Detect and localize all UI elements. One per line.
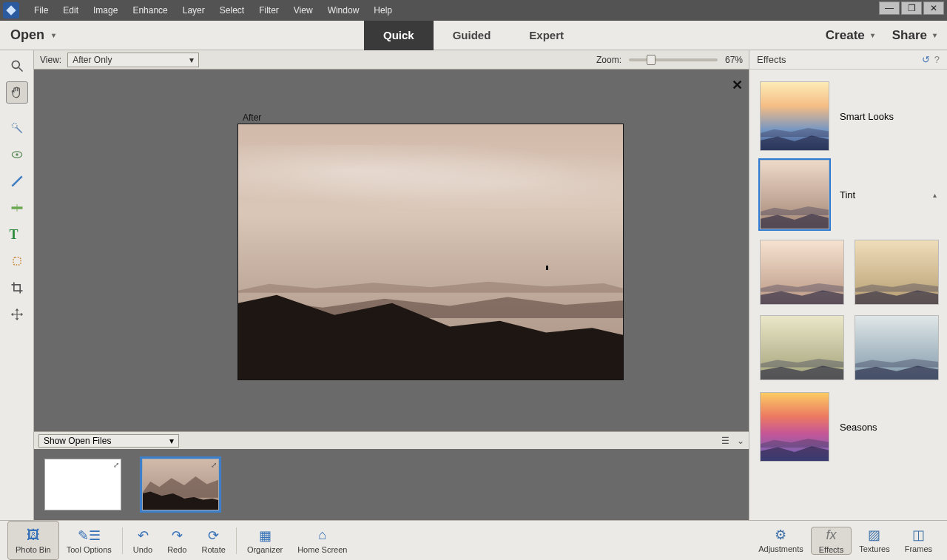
menu-enhance[interactable]: Enhance — [125, 0, 175, 21]
view-label: View: — [40, 55, 61, 65]
tint-variant-3[interactable] — [760, 315, 844, 380]
zoom-slider[interactable] — [629, 58, 718, 61]
move-tool[interactable] — [6, 303, 28, 325]
window-close-button[interactable]: ✕ — [923, 1, 944, 15]
photo-bin-bar: Show Open Files ▾ ☰ ⌄ — [34, 431, 749, 449]
photo-bin-thumb-2[interactable]: ⤢ — [142, 459, 219, 510]
straighten-tool[interactable] — [6, 197, 28, 219]
menu-view[interactable]: View — [286, 0, 320, 21]
expand-icon: ⤢ — [211, 461, 217, 469]
menu-edit[interactable]: Edit — [55, 0, 86, 21]
organizer-button[interactable]: ▦Organizer — [240, 521, 290, 560]
open-label: Open — [10, 27, 44, 43]
photo-bin-select[interactable]: Show Open Files ▾ — [38, 434, 179, 448]
home-screen-button[interactable]: ⌂Home Screen — [290, 521, 354, 560]
expand-icon: ⤢ — [113, 461, 119, 469]
after-label: After — [243, 112, 261, 123]
crop-tool[interactable] — [6, 277, 28, 299]
menu-layer[interactable]: Layer — [175, 0, 212, 21]
window-minimize-button[interactable]: — — [879, 1, 900, 15]
menu-image[interactable]: Image — [86, 0, 125, 21]
effect-category-smart-looks[interactable]: Smart Looks — [757, 77, 940, 155]
tint-label: Tint — [840, 189, 855, 200]
share-menu-button[interactable]: Share▾ — [892, 28, 937, 43]
menu-window[interactable]: Window — [320, 0, 367, 21]
menu-help[interactable]: Help — [366, 0, 400, 21]
menu-filter[interactable]: Filter — [252, 0, 286, 21]
chevron-down-icon: ▾ — [189, 55, 194, 65]
chevron-down-icon: ▾ — [933, 31, 937, 39]
canvas-area: ✕ After — [34, 70, 749, 431]
open-menu-button[interactable]: Open ▾ — [10, 27, 55, 43]
photo-bin-thumb-1[interactable]: ⤢ — [44, 459, 121, 510]
separator — [122, 527, 123, 554]
reset-icon[interactable]: ↺ — [922, 54, 930, 65]
zoom-label: Zoom: — [596, 55, 621, 65]
effect-category-tint[interactable]: Tint ▴ — [757, 155, 940, 234]
svg-point-1 — [12, 61, 19, 68]
textures-icon: ▨ — [868, 527, 880, 543]
chevron-down-icon: ▾ — [169, 436, 174, 446]
adjustments-button[interactable]: ⚙Adjustments — [751, 527, 811, 553]
home-icon: ⌂ — [318, 527, 326, 544]
effects-panel-header: Effects ↺ ? — [749, 50, 947, 70]
tint-variant-2[interactable] — [855, 240, 939, 305]
tab-expert[interactable]: Expert — [510, 21, 583, 50]
undo-icon: ↶ — [138, 527, 149, 544]
photo-bin-icon: 🖼 — [27, 527, 40, 544]
effect-category-seasons[interactable]: Seasons — [757, 388, 940, 466]
chevron-down-icon: ▾ — [871, 31, 874, 39]
svg-line-4 — [16, 127, 21, 133]
photo-bin-button[interactable]: 🖼Photo Bin — [7, 521, 59, 560]
type-tool[interactable]: T — [6, 223, 28, 246]
frames-button[interactable]: ◫Frames — [897, 527, 940, 553]
help-icon[interactable]: ? — [934, 54, 940, 65]
chevron-down-icon: ▾ — [52, 31, 55, 39]
app-bar: Open ▾ Quick Guided Expert Create▾ Share… — [0, 21, 947, 50]
effects-icon: fx — [826, 527, 836, 544]
view-select[interactable]: After Only ▾ — [67, 53, 199, 67]
zoom-slider-thumb[interactable] — [647, 55, 656, 65]
eye-tool[interactable] — [6, 144, 28, 166]
menu-file[interactable]: File — [27, 0, 55, 21]
rotate-button[interactable]: ⟳Rotate — [194, 521, 232, 560]
window-restore-button[interactable]: ❐ — [901, 1, 922, 15]
bottom-bar: 🖼Photo Bin ✎☰Tool Options ↶Undo ↷Redo ⟳R… — [0, 520, 947, 560]
menu-select[interactable]: Select — [212, 0, 252, 21]
bin-collapse-icon[interactable]: ⌄ — [737, 436, 744, 446]
effects-button[interactable]: fxEffects — [811, 527, 852, 555]
zoom-tool[interactable] — [6, 55, 28, 77]
svg-marker-0 — [6, 5, 16, 15]
close-document-button[interactable]: ✕ — [732, 77, 743, 93]
seasons-label: Seasons — [840, 422, 877, 433]
undo-button[interactable]: ↶Undo — [126, 521, 160, 560]
quick-select-tool[interactable] — [6, 117, 28, 139]
tint-variant-4[interactable] — [855, 315, 939, 380]
adjustments-icon: ⚙ — [775, 527, 786, 543]
tint-variant-1[interactable] — [760, 240, 844, 305]
zoom-value: 67% — [725, 55, 743, 65]
svg-line-7 — [12, 176, 21, 186]
svg-line-2 — [18, 68, 22, 72]
tool-options-icon: ✎☰ — [78, 527, 101, 544]
tab-quick[interactable]: Quick — [364, 21, 434, 50]
svg-rect-10 — [13, 257, 21, 265]
effects-panel: Effects ↺ ? Smart Looks Tint ▴ — [749, 50, 947, 520]
toolbox: T — [0, 50, 34, 520]
mode-tabs: Quick Guided Expert — [364, 21, 583, 50]
chevron-up-icon[interactable]: ▴ — [933, 191, 937, 199]
svg-point-6 — [16, 153, 18, 155]
redo-button[interactable]: ↷Redo — [160, 521, 194, 560]
create-menu-button[interactable]: Create▾ — [826, 28, 874, 43]
document-canvas[interactable] — [238, 124, 623, 379]
view-bar: View: After Only ▾ Zoom: 67% — [34, 50, 749, 70]
spot-heal-tool[interactable] — [6, 250, 28, 272]
bin-sort-icon[interactable]: ☰ — [721, 436, 729, 446]
rotate-icon: ⟳ — [208, 527, 219, 544]
hand-tool[interactable] — [6, 81, 28, 104]
tool-options-button[interactable]: ✎☰Tool Options — [59, 521, 119, 560]
photo-bin: ⤢ ⤢ — [34, 449, 749, 520]
textures-button[interactable]: ▨Textures — [852, 527, 897, 553]
whiten-teeth-tool[interactable] — [6, 170, 28, 192]
tab-guided[interactable]: Guided — [434, 21, 510, 50]
